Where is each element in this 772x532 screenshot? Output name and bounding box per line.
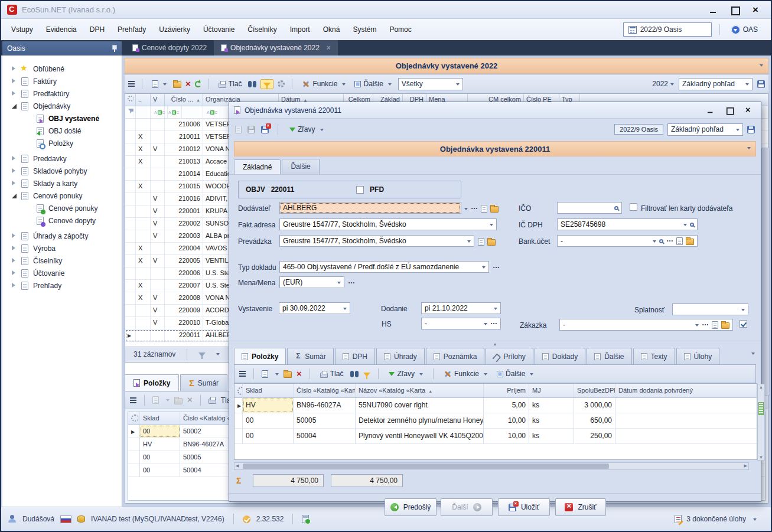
tree-expander-icon[interactable] [12,79,18,84]
supplier-lookup-button[interactable] [471,204,478,213]
pfd-checkbox[interactable] [356,186,364,194]
search-icon[interactable] [659,239,663,243]
new-item-icon[interactable] [262,370,268,378]
column-header[interactable]: .. [136,94,151,106]
column-header[interactable]: Príjem [484,384,529,397]
save-view-icon[interactable] [747,126,755,133]
menu-item[interactable]: DPH [83,22,111,37]
tree-item[interactable]: OBJ došlé [2,125,122,137]
refresh-icon[interactable] [195,81,201,87]
scrollbar-thumb[interactable] [243,464,609,469]
tree-expander-icon[interactable] [12,181,18,187]
discounts-menu-button[interactable]: Zľavy [287,123,326,135]
functions-menu-button[interactable]: Funkcie [299,78,348,90]
tree-expander-icon[interactable] [12,66,18,72]
tree-item[interactable]: Preddavky [2,152,122,165]
column-header[interactable]: Sklad [140,412,180,425]
print-button[interactable]: Tlač [318,368,346,380]
functions-menu-button[interactable]: Funkcie [441,368,490,380]
tree-item[interactable]: Úhrady a zápočty [2,230,122,242]
oas-button[interactable]: OAS [728,24,761,35]
horizontal-scrollbar[interactable] [234,462,749,470]
document-tab[interactable]: Cenové dopyty 2022 [125,40,214,56]
doc-kind-lookup-button[interactable] [493,263,500,272]
tab-sumar[interactable]: Sumár [180,374,227,391]
tree-expander-icon[interactable] [12,270,18,276]
currency-field[interactable]: (EUR) [279,276,344,288]
cancel-button[interactable]: Zrušiť [555,498,606,516]
detail-tab[interactable]: Texty [633,348,675,364]
open-card-icon[interactable] [490,206,499,213]
tree-item[interactable]: Predfaktúry [2,87,122,100]
bank-field[interactable]: - [557,235,698,247]
tree-expander-icon[interactable] [12,233,18,239]
vertical-scrollbar[interactable] [761,148,770,396]
detail-tab[interactable]: Úhrady [376,348,425,364]
view-select[interactable]: Základný pohľad [679,78,753,90]
language-flag-icon[interactable] [60,515,71,523]
open-item-icon[interactable] [284,371,292,378]
open-address-icon[interactable] [487,239,496,246]
tree-expander-icon[interactable] [12,218,18,224]
order-ref-field[interactable]: - [559,319,733,331]
order-ref-checkbox[interactable] [740,320,747,328]
tree-item[interactable]: Cenové dopyty [2,214,122,227]
menu-item[interactable]: Vstupy [5,22,40,37]
tree-expander-icon[interactable] [12,246,18,252]
tree-expander-icon[interactable] [12,91,18,97]
column-header[interactable]: Číslo ... [165,94,203,106]
tree-expander-icon[interactable] [12,103,18,109]
column-header[interactable]: Dátum dodania potvrdený [615,384,757,397]
previous-button[interactable]: Predošlý [385,498,437,516]
detail-tab[interactable]: DPH [335,348,375,364]
tree-expander-icon[interactable] [12,156,18,162]
menu-item[interactable]: Pomoc [383,22,418,37]
tree-expander-icon[interactable] [12,128,18,134]
tree-expander-icon[interactable] [12,141,18,146]
column-header[interactable]: V [151,94,165,106]
banner-dropdown-icon[interactable] [760,64,763,68]
tree-item[interactable]: Faktúry [2,75,122,87]
delete-icon[interactable] [185,80,191,89]
due-date-field[interactable] [672,303,748,315]
tab-zakladne[interactable]: Základné [234,159,281,175]
table-row[interactable]: HV BN96-46027A 55NU7090 cover right 5,00… [234,398,757,413]
detail-tab[interactable]: Ďalšie [587,348,631,364]
hs-lookup-button[interactable] [490,319,497,328]
detail-tab[interactable]: Poznámka [426,348,485,364]
tree-item[interactable]: Položky [2,137,122,149]
tree-item[interactable]: Cenové ponuky [2,202,122,214]
dialog-maximize-button[interactable] [726,107,733,113]
tree-expander-icon[interactable] [12,193,18,199]
delete-item-icon[interactable] [297,370,302,378]
new-address-icon[interactable] [478,238,484,246]
more-menu-button[interactable]: Ďalšie [352,78,393,90]
year-select[interactable]: 2022 [652,80,674,88]
sidebar-header[interactable]: Oasis [2,41,122,56]
tree-item[interactable]: Sklady a karty [2,177,122,190]
next-button[interactable]: Ďalší [441,498,493,516]
tree-item[interactable]: Účtovanie [2,267,122,279]
dialog-view-select[interactable]: Základný pohľad [667,123,743,136]
hs-field[interactable]: - [421,318,501,329]
detail-tab[interactable]: Položky [234,348,286,364]
table-row[interactable]: 00 50004 Plynový ventil Honeywell VK 410… [234,429,757,444]
order-lookup-button[interactable] [702,321,709,329]
save-view-icon[interactable] [757,80,765,88]
tree-expander-icon[interactable] [12,116,18,122]
menu-item[interactable]: Účtovanie [197,22,241,37]
grid-settings-icon[interactable] [237,387,243,395]
tree-expander-icon[interactable] [12,205,18,211]
more-menu-button[interactable]: Ďalšie [494,368,536,380]
tasks-dropdown-icon[interactable] [753,518,757,523]
menu-item[interactable]: Číselníky [241,22,283,37]
menu-item[interactable]: Prehľady [111,22,152,37]
menu-icon[interactable] [239,371,246,372]
settings-gear-icon[interactable] [278,80,285,87]
grid-settings-icon[interactable] [128,96,134,102]
period-selector[interactable]: 2022/9 Oasis [623,22,712,37]
menu-item[interactable]: Okná [317,22,347,37]
menu-item[interactable]: Uzávierky [152,22,197,37]
search-icon[interactable] [614,206,618,210]
printer-icon[interactable] [209,399,216,404]
